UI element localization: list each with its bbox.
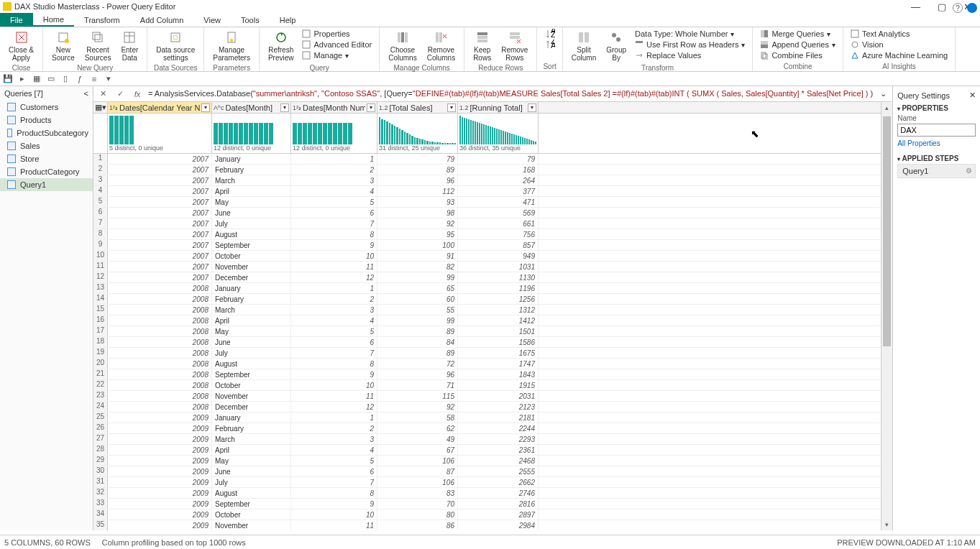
data-row[interactable]: 332009September9702816 (93, 499, 881, 509)
cell[interactable]: 9 (291, 369, 377, 379)
cell[interactable]: 2468 (458, 456, 539, 466)
column-filter-button[interactable]: ▾ (367, 103, 375, 112)
cell[interactable]: 2 (291, 165, 377, 175)
tab-transform[interactable]: Transform (74, 13, 130, 27)
type-icon[interactable]: 1.2 (459, 104, 469, 111)
remove-columns-button[interactable]: Remove Columns (424, 29, 458, 63)
cell[interactable]: 2555 (458, 466, 539, 476)
query-item-productcategory[interactable]: ProductCategory (0, 165, 93, 178)
cell[interactable]: 2009 (108, 499, 212, 509)
data-row[interactable]: 52007May593471 (93, 197, 881, 208)
cell[interactable]: 1031 (458, 262, 539, 272)
cell[interactable]: April (212, 315, 291, 326)
cell[interactable]: 2007 (108, 208, 212, 218)
cell[interactable]: 10 (291, 251, 377, 261)
cell[interactable]: March (212, 434, 291, 444)
data-row[interactable]: 182008June6841586 (93, 337, 881, 348)
cell[interactable]: 2008 (108, 402, 212, 412)
cell[interactable]: 11 (291, 391, 377, 401)
keep-rows-button[interactable]: Keep Rows (470, 29, 494, 63)
close-apply-button[interactable]: Close & Apply (6, 29, 37, 63)
cell[interactable]: 8 (291, 229, 377, 239)
cell[interactable]: August (212, 359, 291, 369)
query-item-customers[interactable]: Customers (0, 101, 93, 114)
cell[interactable]: 1196 (458, 283, 539, 293)
cell[interactable]: 99 (377, 272, 458, 282)
manage-parameters-button[interactable]: Manage Parameters (210, 29, 253, 63)
cell[interactable]: September (212, 240, 291, 250)
cell[interactable]: 2008 (108, 348, 212, 358)
cell[interactable]: November (212, 262, 291, 272)
cell[interactable]: 79 (377, 154, 458, 164)
tab-help[interactable]: Help (270, 13, 306, 27)
data-row[interactable]: 202008August8721747 (93, 359, 881, 369)
applied-steps-section[interactable]: APPLIED STEPS (897, 154, 976, 162)
cell[interactable]: 89 (377, 165, 458, 175)
data-row[interactable]: 282009April4672361 (93, 445, 881, 456)
cell[interactable]: 2009 (108, 423, 212, 433)
cell[interactable]: 89 (377, 326, 458, 336)
cell[interactable]: 264 (458, 175, 539, 185)
cell[interactable]: 70 (377, 499, 458, 509)
cell[interactable]: March (212, 175, 291, 185)
cell[interactable]: 72 (377, 359, 458, 369)
cell[interactable]: 4 (291, 315, 377, 326)
cell[interactable]: 2007 (108, 240, 212, 250)
cell[interactable]: 2 (291, 423, 377, 433)
data-row[interactable]: 82007August895756 (93, 229, 881, 240)
type-icon[interactable]: 1²₃ (109, 104, 118, 111)
cell[interactable]: October (212, 251, 291, 261)
qat-fx-icon[interactable]: ƒ (75, 74, 85, 84)
cell[interactable]: 2009 (108, 488, 212, 498)
type-icon[interactable]: Aᴮc (214, 104, 224, 111)
cell[interactable]: 2007 (108, 218, 212, 229)
cell[interactable]: 3 (291, 434, 377, 444)
cell[interactable]: 168 (458, 165, 539, 175)
cell[interactable]: July (212, 477, 291, 487)
tab-view[interactable]: View (193, 13, 231, 27)
cell[interactable]: 2007 (108, 251, 212, 261)
data-source-settings-button[interactable]: Data source settings (153, 29, 198, 63)
data-row[interactable]: 262009February2622244 (93, 423, 881, 434)
column-filter-button[interactable]: ▾ (447, 103, 456, 112)
query-item-sales[interactable]: Sales (0, 139, 93, 152)
cell[interactable]: 86 (377, 520, 458, 530)
cell[interactable]: 58 (377, 412, 458, 423)
text-analytics-button[interactable]: Text Analytics (849, 29, 949, 39)
data-row[interactable]: 352009November11862984 (93, 520, 881, 530)
cell[interactable]: 6 (291, 466, 377, 476)
accept-formula-button[interactable]: ✓ (114, 88, 127, 101)
cell[interactable]: 5 (291, 456, 377, 466)
cell[interactable]: 5 (291, 197, 377, 207)
sort-desc-button[interactable]: ZA (545, 40, 555, 50)
cell[interactable]: 9 (291, 499, 377, 509)
cell[interactable]: July (212, 348, 291, 358)
data-type-button[interactable]: Data Type: Whole Number ▾ (633, 29, 746, 39)
cell[interactable]: 8 (291, 488, 377, 498)
data-row[interactable]: 72007July792661 (93, 218, 881, 229)
cell[interactable]: February (212, 423, 291, 433)
cell[interactable]: 857 (458, 240, 539, 250)
new-source-button[interactable]: New Source (49, 29, 78, 63)
cell[interactable]: January (212, 154, 291, 164)
cell[interactable]: January (212, 412, 291, 423)
cell[interactable]: 1675 (458, 348, 539, 358)
all-properties-link[interactable]: All Properties (897, 139, 976, 147)
tab-file[interactable]: File (0, 13, 33, 27)
cell[interactable]: 2984 (458, 520, 539, 530)
maximize-button[interactable]: ▢ (938, 1, 946, 12)
data-row[interactable]: 152008March3551312 (93, 305, 881, 315)
cell[interactable]: 2009 (108, 434, 212, 444)
cell[interactable]: 8 (291, 359, 377, 369)
column-header[interactable]: 1²₃Dates[Month Number]▾ (291, 102, 377, 113)
merge-queries-button[interactable]: Merge Queries ▾ (759, 29, 837, 39)
cell[interactable]: 98 (377, 208, 458, 218)
data-row[interactable]: 192008July7891675 (93, 348, 881, 359)
cell[interactable]: January (212, 283, 291, 293)
cell[interactable]: April (212, 445, 291, 455)
properties-button[interactable]: Properties (301, 29, 373, 39)
cell[interactable]: 1586 (458, 337, 539, 347)
type-icon[interactable]: 1.2 (379, 104, 388, 111)
cell[interactable]: 9 (291, 240, 377, 250)
cell[interactable]: October (212, 509, 291, 520)
